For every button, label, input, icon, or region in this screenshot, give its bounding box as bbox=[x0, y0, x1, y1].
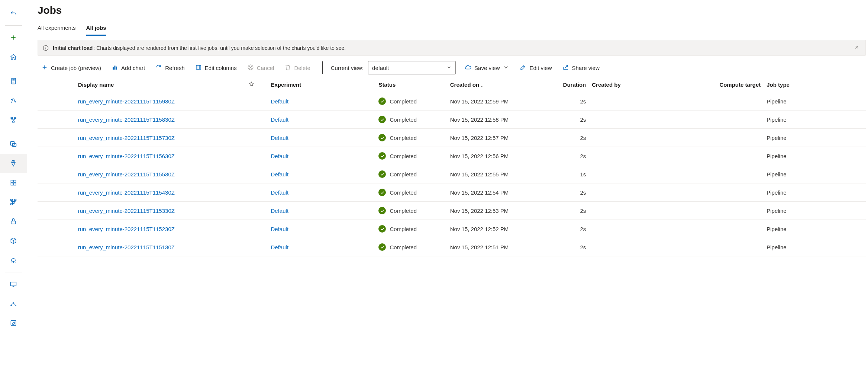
cell-favorite[interactable] bbox=[245, 147, 268, 165]
row-expand[interactable] bbox=[64, 183, 75, 202]
home-icon[interactable] bbox=[0, 47, 27, 67]
job-link[interactable]: run_every_minute-20221115T115430Z bbox=[78, 189, 175, 196]
tab-all-experiments[interactable]: All experiments bbox=[38, 22, 76, 36]
cell-favorite[interactable] bbox=[245, 111, 268, 129]
endpoints-icon[interactable] bbox=[0, 250, 27, 270]
status-text: Completed bbox=[390, 153, 417, 159]
share-view-button[interactable]: Share view bbox=[559, 62, 603, 74]
job-link[interactable]: run_every_minute-20221115T115530Z bbox=[78, 171, 175, 177]
column-display-name[interactable]: Display name bbox=[75, 77, 245, 92]
experiment-link[interactable]: Default bbox=[271, 116, 289, 123]
experiment-link[interactable]: Default bbox=[271, 189, 289, 196]
table-row[interactable]: run_every_minute-20221115T115430Z Defaul… bbox=[38, 183, 866, 202]
compute-icon[interactable] bbox=[0, 275, 27, 294]
table-row[interactable]: run_every_minute-20221115T115530Z Defaul… bbox=[38, 165, 866, 183]
column-compute-target[interactable]: Compute target bbox=[685, 77, 764, 92]
cell-favorite[interactable] bbox=[245, 165, 268, 183]
cell-display-name: run_every_minute-20221115T115530Z bbox=[75, 165, 245, 183]
svg-rect-12 bbox=[13, 202, 14, 203]
job-link[interactable]: run_every_minute-20221115T115730Z bbox=[78, 135, 175, 141]
job-link[interactable]: run_every_minute-20221115T115330Z bbox=[78, 208, 175, 214]
columns-icon bbox=[195, 64, 202, 72]
row-expand[interactable] bbox=[64, 238, 75, 256]
job-link[interactable]: run_every_minute-20221115T115830Z bbox=[78, 116, 175, 123]
job-link[interactable]: run_every_minute-20221115T115230Z bbox=[78, 226, 175, 232]
cell-compute-target bbox=[685, 238, 764, 256]
jobs-icon[interactable] bbox=[0, 154, 27, 173]
pipelines-icon[interactable] bbox=[0, 192, 27, 212]
row-checkbox[interactable] bbox=[38, 220, 64, 238]
table-row[interactable]: run_every_minute-20221115T115330Z Defaul… bbox=[38, 202, 866, 220]
designer-icon[interactable] bbox=[0, 110, 27, 129]
table-row[interactable]: run_every_minute-20221115T115930Z Defaul… bbox=[38, 92, 866, 111]
plus-icon[interactable] bbox=[0, 28, 27, 47]
experiment-link[interactable]: Default bbox=[271, 171, 289, 177]
row-checkbox[interactable] bbox=[38, 183, 64, 202]
cell-favorite[interactable] bbox=[245, 202, 268, 220]
experiment-link[interactable]: Default bbox=[271, 135, 289, 141]
experiment-link[interactable]: Default bbox=[271, 153, 289, 159]
job-link[interactable]: run_every_minute-20221115T115130Z bbox=[78, 244, 175, 250]
column-created-by[interactable]: Created by bbox=[589, 77, 685, 92]
components-icon[interactable] bbox=[0, 173, 27, 192]
back-icon[interactable] bbox=[0, 4, 27, 23]
row-checkbox[interactable] bbox=[38, 147, 64, 165]
row-expand[interactable] bbox=[64, 111, 75, 129]
job-link[interactable]: run_every_minute-20221115T115630Z bbox=[78, 153, 175, 159]
cell-favorite[interactable] bbox=[245, 220, 268, 238]
column-created-on[interactable]: Created on↓ bbox=[447, 77, 549, 92]
column-status[interactable]: Status bbox=[375, 77, 447, 92]
column-favorite[interactable] bbox=[245, 77, 268, 92]
row-checkbox[interactable] bbox=[38, 202, 64, 220]
column-duration[interactable]: Duration bbox=[549, 77, 589, 92]
environments-icon[interactable] bbox=[0, 212, 27, 231]
row-expand[interactable] bbox=[64, 165, 75, 183]
experiment-link[interactable]: Default bbox=[271, 244, 289, 250]
status-text: Completed bbox=[390, 244, 417, 250]
check-circle-icon bbox=[378, 225, 386, 233]
row-expand[interactable] bbox=[64, 147, 75, 165]
cell-favorite[interactable] bbox=[245, 183, 268, 202]
table-row[interactable]: run_every_minute-20221115T115730Z Defaul… bbox=[38, 129, 866, 147]
table-row[interactable]: run_every_minute-20221115T115630Z Defaul… bbox=[38, 147, 866, 165]
notebook-icon[interactable] bbox=[0, 71, 27, 91]
cell-favorite[interactable] bbox=[245, 238, 268, 256]
save-view-button[interactable]: Save view bbox=[461, 62, 513, 74]
linked-icon[interactable] bbox=[0, 294, 27, 313]
row-checkbox[interactable] bbox=[38, 111, 64, 129]
column-job-type[interactable]: Job type bbox=[764, 77, 866, 92]
close-icon[interactable] bbox=[853, 43, 861, 52]
experiment-link[interactable]: Default bbox=[271, 208, 289, 214]
data-labeling-icon[interactable] bbox=[0, 313, 27, 333]
row-checkbox[interactable] bbox=[38, 165, 64, 183]
table-row[interactable]: run_every_minute-20221115T115830Z Defaul… bbox=[38, 111, 866, 129]
current-view-select[interactable]: default bbox=[368, 61, 456, 74]
table-row[interactable]: run_every_minute-20221115T115130Z Defaul… bbox=[38, 238, 866, 256]
row-expand[interactable] bbox=[64, 92, 75, 111]
table-row[interactable]: run_every_minute-20221115T115230Z Defaul… bbox=[38, 220, 866, 238]
edit-view-button[interactable]: Edit view bbox=[516, 62, 555, 74]
cell-favorite[interactable] bbox=[245, 92, 268, 111]
job-link[interactable]: run_every_minute-20221115T115930Z bbox=[78, 98, 175, 105]
data-icon[interactable] bbox=[0, 134, 27, 154]
refresh-button[interactable]: Refresh bbox=[152, 62, 188, 74]
row-expand[interactable] bbox=[64, 220, 75, 238]
tab-all-jobs[interactable]: All jobs bbox=[86, 22, 106, 36]
row-checkbox[interactable] bbox=[38, 92, 64, 111]
row-expand[interactable] bbox=[64, 129, 75, 147]
automl-icon[interactable] bbox=[0, 91, 27, 110]
cell-created-on: Nov 15, 2022 12:59 PM bbox=[447, 92, 549, 111]
add-chart-button[interactable]: Add chart bbox=[108, 62, 149, 74]
cell-favorite[interactable] bbox=[245, 129, 268, 147]
experiment-link[interactable]: Default bbox=[271, 226, 289, 232]
edit-columns-button[interactable]: Edit columns bbox=[191, 62, 241, 74]
column-experiment[interactable]: Experiment bbox=[268, 77, 376, 92]
row-checkbox[interactable] bbox=[38, 129, 64, 147]
cell-duration: 2s bbox=[549, 202, 589, 220]
experiment-link[interactable]: Default bbox=[271, 98, 289, 105]
row-expand[interactable] bbox=[64, 202, 75, 220]
create-job-button[interactable]: Create job (preview) bbox=[38, 62, 105, 74]
column-checkbox[interactable] bbox=[38, 77, 64, 92]
models-icon[interactable] bbox=[0, 231, 27, 250]
row-checkbox[interactable] bbox=[38, 238, 64, 256]
